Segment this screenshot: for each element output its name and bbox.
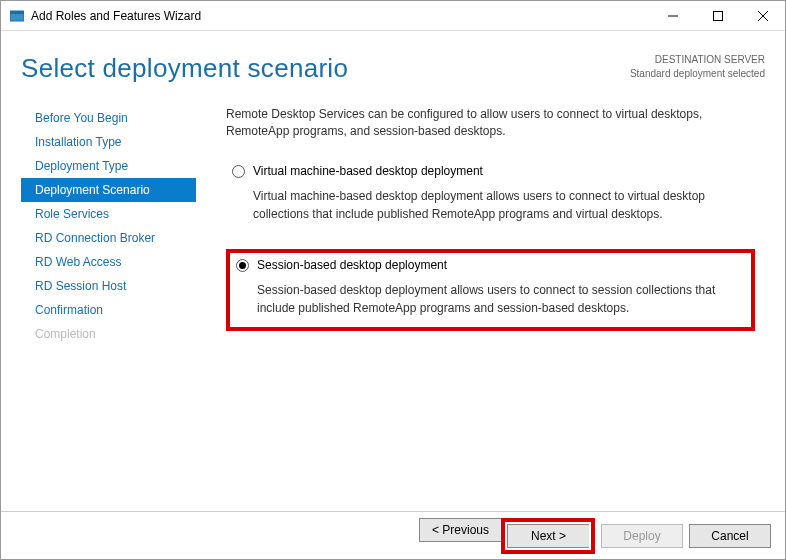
- svg-rect-1: [10, 11, 24, 14]
- destination-server: DESTINATION SERVER Standard deployment s…: [630, 53, 765, 81]
- prev-next-group: < Previous Next >: [419, 518, 595, 554]
- wizard-step[interactable]: Deployment Scenario: [21, 178, 196, 202]
- option-header: Session-based desktop deployment: [236, 257, 745, 274]
- wizard-step[interactable]: RD Session Host: [21, 274, 196, 298]
- wizard-step[interactable]: Installation Type: [21, 130, 196, 154]
- minimize-button[interactable]: [650, 1, 695, 31]
- deployment-option: Session-based desktop deploymentSession-…: [226, 249, 755, 331]
- wizard-steps-sidebar: Before You BeginInstallation TypeDeploym…: [21, 104, 196, 501]
- destination-label: DESTINATION SERVER: [630, 53, 765, 67]
- wizard-icon: [9, 8, 25, 24]
- window-title: Add Roles and Features Wizard: [31, 9, 650, 23]
- option-header: Virtual machine-based desktop deployment: [232, 163, 749, 180]
- option-label[interactable]: Virtual machine-based desktop deployment: [253, 163, 483, 180]
- wizard-step[interactable]: Deployment Type: [21, 154, 196, 178]
- deployment-option: Virtual machine-based desktop deployment…: [226, 159, 755, 233]
- next-highlight: Next >: [501, 518, 595, 554]
- wizard-step[interactable]: Confirmation: [21, 298, 196, 322]
- wizard-step[interactable]: Before You Begin: [21, 106, 196, 130]
- previous-button[interactable]: < Previous: [419, 518, 501, 542]
- wizard-footer: < Previous Next > Deploy Cancel: [1, 511, 785, 559]
- wizard-step[interactable]: RD Web Access: [21, 250, 196, 274]
- destination-value: Standard deployment selected: [630, 67, 765, 81]
- radio-button[interactable]: [236, 259, 249, 272]
- main-panel: Remote Desktop Services can be configure…: [196, 104, 765, 501]
- deploy-button: Deploy: [601, 524, 683, 548]
- page-title: Select deployment scenario: [21, 53, 348, 84]
- svg-rect-3: [713, 12, 722, 21]
- content-area: Select deployment scenario DESTINATION S…: [1, 31, 785, 511]
- wizard-step[interactable]: RD Connection Broker: [21, 226, 196, 250]
- wizard-step: Completion: [21, 322, 196, 346]
- option-label[interactable]: Session-based desktop deployment: [257, 257, 447, 274]
- wizard-header: Select deployment scenario DESTINATION S…: [21, 53, 765, 84]
- titlebar: Add Roles and Features Wizard: [1, 1, 785, 31]
- option-description: Virtual machine-based desktop deployment…: [253, 188, 749, 223]
- option-description: Session-based desktop deployment allows …: [257, 282, 745, 317]
- maximize-button[interactable]: [695, 1, 740, 31]
- intro-text: Remote Desktop Services can be configure…: [226, 106, 755, 141]
- next-button[interactable]: Next >: [507, 524, 589, 548]
- wizard-step[interactable]: Role Services: [21, 202, 196, 226]
- window-controls: [650, 1, 785, 30]
- radio-button[interactable]: [232, 165, 245, 178]
- cancel-button[interactable]: Cancel: [689, 524, 771, 548]
- close-button[interactable]: [740, 1, 785, 31]
